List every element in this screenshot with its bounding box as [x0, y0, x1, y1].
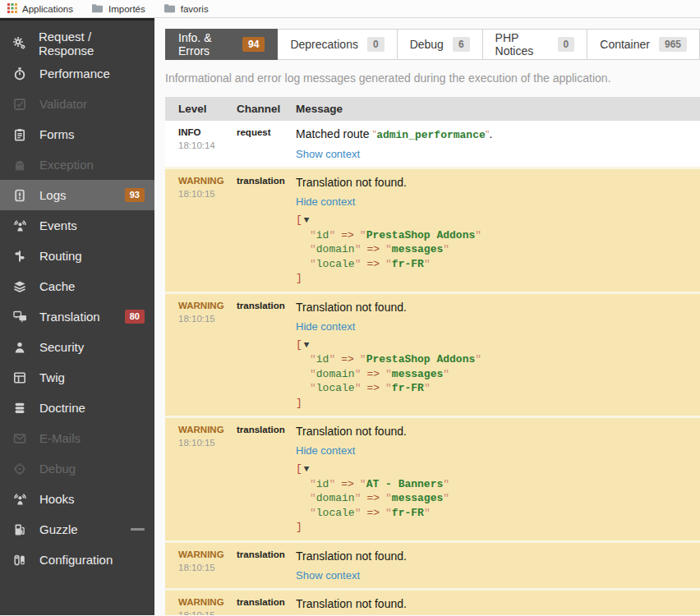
panel-description: Informational and error log messages gen… — [165, 71, 700, 85]
log-row-warning: WARNING 18:10:15 translation Translation… — [165, 541, 700, 589]
collapse-toggle-icon[interactable]: ▼ — [304, 340, 310, 350]
tab-label: PHP Notices — [495, 31, 549, 57]
bookmark-folder-favoris[interactable]: favoris — [163, 2, 209, 15]
sidebar-item-events[interactable]: Events — [0, 210, 154, 241]
sidebar-item-cache[interactable]: Cache — [0, 271, 154, 301]
sidebar-item-hooks[interactable]: Hooks — [0, 484, 154, 514]
sidebar-item-label: Guzzle — [39, 522, 78, 536]
collapse-toggle-icon[interactable]: ▼ — [304, 215, 310, 225]
dump-line: "locale"=>"fr-FR" — [296, 381, 693, 396]
dump-line: "domain"=>"messages" — [296, 242, 693, 257]
collapse-toggle-icon[interactable]: ▼ — [304, 464, 310, 474]
bookmarks-bar: Applications Importés favoris — [0, 0, 700, 18]
tab-count-badge: 94 — [242, 37, 265, 52]
column-header-level: Level — [165, 97, 223, 121]
sidebar-item-logs[interactable]: Logs 93 — [0, 180, 154, 210]
context-dump: [▼ "id"=>"PrestaShop Addons" "domain"=>"… — [296, 338, 693, 411]
sidebar-item-label: Validator — [39, 97, 87, 111]
tab-info-errors[interactable]: Info. & Errors 94 — [165, 29, 278, 60]
hide-context-link[interactable]: Hide context — [296, 444, 355, 457]
broadcast-person-icon — [11, 493, 29, 506]
sidebar-item-twig[interactable]: Twig — [0, 362, 154, 393]
folder-icon — [163, 2, 176, 15]
tab-deprecations[interactable]: Deprecations 0 — [278, 29, 397, 60]
dump-line: "domain"=>"messages" — [296, 491, 693, 506]
profiler-sidebar: Request / Response Performance Validator… — [0, 18, 154, 615]
sidebar-item-exception: Exception — [0, 149, 154, 180]
log-row-warning: WARNING 18:10:15 translation Translation… — [165, 417, 700, 542]
bookmark-label: Importés — [108, 4, 145, 14]
log-level: WARNING — [178, 425, 217, 434]
tab-label: Container — [600, 38, 650, 51]
log-time: 18:10:15 — [178, 438, 217, 448]
show-context-link[interactable]: Show context — [296, 148, 360, 160]
log-channel: translation — [237, 176, 276, 186]
sidebar-item-label: E-Mails — [39, 431, 81, 445]
log-channel: translation — [237, 549, 276, 559]
sidebar-item-label: Doctrine — [39, 401, 85, 415]
log-time: 18:10:15 — [178, 314, 217, 324]
tab-label: Deprecations — [290, 38, 358, 51]
logs-count-badge: 93 — [125, 188, 145, 202]
target-icon — [11, 462, 29, 476]
show-context-link[interactable]: Show context — [296, 569, 360, 582]
sidebar-item-configuration[interactable]: Configuration — [0, 545, 154, 575]
dump-line: "id"=>"PrestaShop Addons" — [296, 352, 693, 367]
speech-bubbles-icon — [11, 310, 29, 324]
log-channel: translation — [237, 425, 276, 434]
tab-count-badge: 0 — [367, 37, 385, 52]
sidebar-item-guzzle[interactable]: Guzzle — [0, 514, 154, 545]
log-level: WARNING — [178, 597, 217, 607]
tab-count-badge: 6 — [453, 37, 470, 52]
tab-count-badge: 0 — [558, 37, 575, 52]
column-header-message: Message — [283, 97, 700, 121]
clipboard-icon — [11, 128, 29, 141]
tab-debug[interactable]: Debug 6 — [398, 29, 483, 60]
bookmark-label: favoris — [181, 4, 209, 14]
context-dump: [▼ "id"=>"PrestaShop Addons" "domain"=>"… — [296, 213, 693, 286]
sidebar-item-routing[interactable]: Routing — [0, 241, 154, 271]
context-dump: [▼ "id"=>"AT - Banners" "domain"=>"messa… — [296, 462, 693, 535]
sidebar-item-performance[interactable]: Performance — [0, 58, 154, 89]
log-level: WARNING — [178, 301, 217, 310]
dump-line: "id"=>"PrestaShop Addons" — [296, 228, 693, 243]
sidebar-item-label: Translation — [39, 310, 100, 324]
sidebar-item-label: Forms — [39, 127, 75, 141]
bookmark-folder-importes[interactable]: Importés — [91, 2, 145, 15]
tab-label: Info. & Errors — [178, 31, 233, 57]
log-channel: request — [237, 127, 276, 137]
log-message: Translation not found. — [296, 597, 693, 611]
log-tabs: Info. & Errors 94 Deprecations 0 Debug 6… — [165, 29, 700, 60]
sidebar-item-validator: Validator — [0, 89, 154, 119]
bookmark-label: Applications — [22, 4, 73, 14]
log-level: WARNING — [178, 176, 217, 186]
dump-line: "locale"=>"fr-FR" — [296, 257, 693, 272]
sidebar-item-label: Events — [39, 218, 77, 232]
tab-count-badge: 965 — [659, 37, 687, 52]
sidebar-item-debug: Debug — [0, 453, 154, 484]
log-message: Translation not found. — [296, 549, 693, 563]
sidebar-item-label: Logs — [39, 188, 67, 202]
sidebar-item-doctrine[interactable]: Doctrine — [0, 393, 154, 423]
sidebar-item-request-response[interactable]: Request / Response — [0, 28, 154, 58]
fuel-pump-icon — [11, 523, 29, 536]
column-header-channel: Channel — [223, 97, 283, 121]
sidebar-item-security[interactable]: Security — [0, 332, 154, 362]
window-layout-icon — [11, 371, 29, 384]
signpost-icon — [11, 250, 29, 263]
hide-context-link[interactable]: Hide context — [296, 195, 355, 208]
stopwatch-icon — [11, 67, 29, 80]
bookmark-applications[interactable]: Applications — [7, 3, 73, 15]
sidebar-item-translation[interactable]: Translation 80 — [0, 301, 154, 332]
tab-php-notices[interactable]: PHP Notices 0 — [483, 29, 588, 60]
sidebar-item-label: Configuration — [39, 553, 113, 567]
sidebar-item-label: Routing — [39, 249, 82, 263]
sidebar-item-label: Twig — [39, 370, 65, 384]
tab-container[interactable]: Container 965 — [587, 29, 700, 60]
log-level: INFO — [178, 127, 217, 137]
sidebar-item-label: Hooks — [39, 492, 75, 506]
hide-context-link[interactable]: Hide context — [296, 320, 355, 333]
sidebar-item-label: Debug — [39, 462, 76, 476]
sidebar-item-forms[interactable]: Forms — [0, 119, 154, 149]
log-time: 18:10:15 — [178, 189, 217, 199]
